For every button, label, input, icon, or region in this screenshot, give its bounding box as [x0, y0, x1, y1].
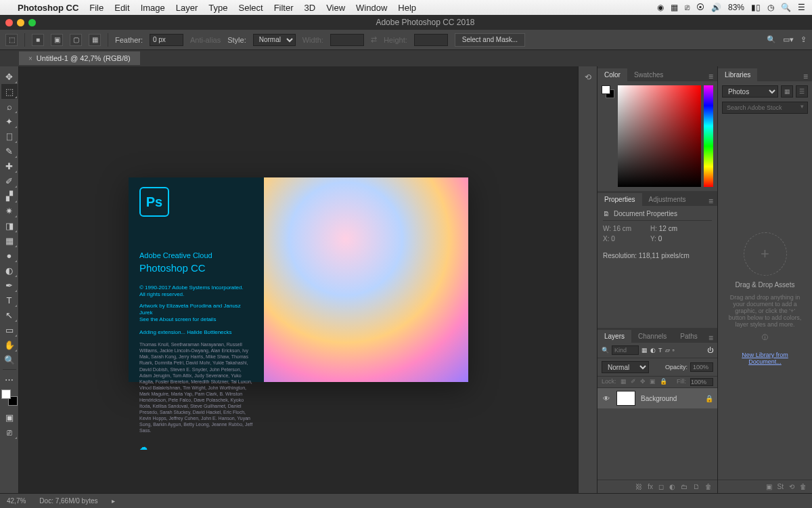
type-tool[interactable]: T — [1, 293, 18, 308]
search-dropdown-icon[interactable]: ▾ — [800, 103, 804, 110]
edit-toolbar-icon[interactable]: ⋯ — [1, 372, 18, 387]
layer-visibility-icon[interactable]: 👁 — [602, 395, 611, 402]
menu-filter[interactable]: Filter — [274, 3, 294, 13]
feather-input[interactable] — [150, 34, 183, 46]
add-asset-icon[interactable]: + — [744, 232, 787, 276]
display-icon[interactable]: ⎚ — [685, 3, 690, 12]
eyedropper-tool[interactable]: ✎ — [1, 144, 18, 158]
lib-delete-icon[interactable]: 🗑 — [800, 483, 807, 490]
layer-thumbnail[interactable] — [616, 391, 635, 406]
canvas-area[interactable]: Ps Adobe Creative Cloud Photoshop CC © 1… — [19, 66, 578, 493]
style-select[interactable]: Normal — [253, 34, 296, 46]
history-panel-icon[interactable]: ⟲ — [581, 70, 595, 84]
properties-panel-menu-icon[interactable]: ≡ — [704, 196, 717, 206]
layer-fx-icon[interactable]: fx — [648, 483, 653, 490]
crop-tool[interactable]: ⎕ — [1, 129, 18, 144]
tab-libraries[interactable]: Libraries — [718, 68, 757, 81]
menu-type[interactable]: Type — [208, 3, 227, 13]
pen-tool[interactable]: ✒ — [1, 278, 18, 293]
zoom-level[interactable]: 42,7% — [7, 497, 26, 505]
tab-layers[interactable]: Layers — [597, 330, 631, 343]
lock-all-icon[interactable]: 🔒 — [660, 378, 667, 386]
wifi-icon[interactable]: ⦿ — [696, 3, 704, 12]
subtract-selection-icon[interactable]: ▢ — [70, 34, 82, 46]
stamp-tool[interactable]: ▞ — [1, 188, 18, 203]
tab-adjustments[interactable]: Adjustments — [642, 193, 693, 206]
select-and-mask-button[interactable]: Select and Mask... — [455, 33, 525, 47]
maximize-window-button[interactable] — [28, 19, 36, 26]
history-brush-tool[interactable]: ✷ — [1, 203, 18, 218]
gradient-tool[interactable]: ▦ — [1, 233, 18, 248]
menu-image[interactable]: Image — [141, 3, 165, 13]
color-panel-swatch[interactable] — [602, 85, 615, 187]
path-select-tool[interactable]: ↖ — [1, 308, 18, 322]
menu-window[interactable]: Window — [356, 3, 387, 13]
screen-mode-icon[interactable]: ⎚ — [1, 425, 18, 440]
view-grid-icon[interactable]: ▦ — [781, 85, 793, 98]
help-icon[interactable]: ⓘ — [762, 333, 768, 342]
foreground-background-swatch[interactable] — [1, 389, 18, 406]
library-drop-zone[interactable]: + Drag & Drop Assets Drag and drop anyth… — [718, 118, 812, 480]
filter-adjust-icon[interactable]: ◐ — [650, 347, 656, 354]
menu-help[interactable]: Help — [398, 3, 416, 13]
library-search-input[interactable] — [722, 102, 808, 114]
view-list-icon[interactable]: ☰ — [796, 85, 808, 98]
dodge-tool[interactable]: ◐ — [1, 263, 18, 278]
new-group-icon[interactable]: 🗀 — [681, 483, 687, 490]
battery-icon[interactable]: ▮▯ — [751, 3, 761, 12]
clock-icon[interactable]: ◷ — [767, 3, 774, 12]
spotlight-icon[interactable]: 🔍 — [781, 3, 791, 12]
add-mask-icon[interactable]: ◻ — [658, 483, 664, 490]
minimize-window-button[interactable] — [17, 19, 24, 26]
filter-pixel-icon[interactable]: ▦ — [641, 347, 648, 354]
volume-icon[interactable]: 🔊 — [711, 3, 721, 12]
menu-3d[interactable]: 3D — [304, 3, 316, 13]
libraries-panel-menu-icon[interactable]: ≡ — [799, 72, 812, 81]
share-icon[interactable]: ⇪ — [800, 35, 807, 44]
eraser-tool[interactable]: ◨ — [1, 218, 18, 233]
intersect-selection-icon[interactable]: ▦ — [89, 34, 101, 46]
lock-transparency-icon[interactable]: ▦ — [621, 378, 627, 386]
close-window-button[interactable] — [5, 19, 13, 26]
new-library-link[interactable]: New Library from Document... — [726, 352, 804, 365]
cc-status-icon[interactable]: ▦ — [671, 3, 678, 12]
opacity-input[interactable] — [690, 362, 713, 372]
filter-shape-icon[interactable]: ▱ — [665, 347, 670, 354]
color-panel-menu-icon[interactable]: ≡ — [704, 72, 717, 81]
tab-channels[interactable]: Channels — [631, 330, 673, 343]
menu-view[interactable]: View — [326, 3, 345, 13]
lock-artboard-icon[interactable]: ▣ — [650, 378, 656, 386]
filter-type-icon[interactable]: T — [658, 347, 662, 354]
close-tab-icon[interactable]: × — [28, 55, 32, 62]
layer-row[interactable]: 👁 Background 🔒 — [597, 388, 717, 408]
zoom-tool[interactable]: 🔍 — [1, 352, 18, 367]
healing-tool[interactable]: ✚ — [1, 158, 18, 173]
app-menu[interactable]: Photoshop CC — [18, 3, 78, 13]
layers-panel-menu-icon[interactable]: ≡ — [704, 333, 717, 343]
shape-tool[interactable]: ▭ — [1, 322, 18, 337]
menu-edit[interactable]: Edit — [114, 3, 129, 13]
tab-swatches[interactable]: Swatches — [627, 68, 670, 81]
doc-info-arrow-icon[interactable]: ▸ — [112, 497, 115, 505]
tab-properties[interactable]: Properties — [597, 193, 642, 206]
eye-icon[interactable]: ◉ — [657, 3, 664, 12]
lasso-tool[interactable]: ⌕ — [1, 99, 18, 114]
marquee-tool[interactable]: ⬚ — [1, 84, 18, 99]
document-tab[interactable]: × Untitled-1 @ 42,7% (RGB/8) — [19, 51, 140, 65]
quick-select-tool[interactable]: ✦ — [1, 114, 18, 129]
filter-smart-icon[interactable]: ▫ — [673, 347, 675, 354]
new-selection-icon[interactable]: ■ — [32, 34, 44, 46]
add-content-icon[interactable]: ▣ — [766, 483, 772, 490]
lib-sync-icon[interactable]: ⟲ — [789, 483, 794, 490]
add-selection-icon[interactable]: ▣ — [51, 34, 63, 46]
color-field[interactable] — [618, 85, 701, 187]
lock-pixels-icon[interactable]: ✐ — [631, 378, 636, 386]
menu-file[interactable]: File — [89, 3, 104, 13]
new-adjustment-icon[interactable]: ◐ — [669, 483, 675, 490]
filter-toggle-icon[interactable]: ⏻ — [707, 347, 713, 354]
quick-mask-icon[interactable]: ▣ — [1, 410, 18, 425]
doc-info[interactable]: Doc: 7,66M/0 bytes — [39, 497, 97, 505]
move-tool[interactable]: ✥ — [1, 69, 18, 84]
blend-mode-select[interactable]: Normal — [602, 361, 649, 373]
layer-filter-input[interactable] — [612, 345, 639, 355]
